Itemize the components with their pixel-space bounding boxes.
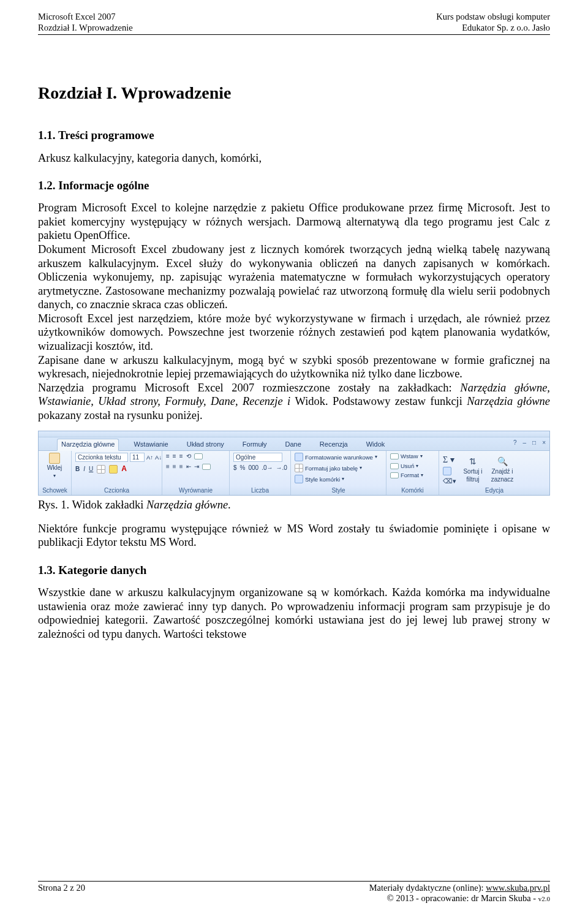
chevron-down-icon: ▾ [53,473,56,479]
increase-indent-icon[interactable]: ⇥ [194,463,199,470]
find-label2: zaznacz [491,476,514,483]
number-format-select[interactable]: Ogólne [233,453,282,462]
after-figure-paragraph: Niektóre funkcje programu występujące ró… [38,522,550,550]
chevron-down-icon: ▾ [342,476,344,482]
footer-url-link[interactable]: www.skuba.prv.pl [486,883,550,893]
chevron-down-icon: ▾ [375,454,377,460]
merge-center-icon[interactable] [202,464,211,470]
borders-icon[interactable] [97,465,105,474]
p1e-c: pokazany został na rysunku poniżej. [38,409,203,421]
group-clipboard: Wklej ▾ Schowek [39,451,72,495]
tab-formulas[interactable]: Formuły [239,439,271,450]
chevron-down-icon: ▾ [420,453,423,459]
chevron-down-icon: ▾ [421,472,423,478]
tab-home[interactable]: Narzędzia główne [57,439,119,450]
group-cells-label: Komórki [390,487,435,495]
fill-color-icon[interactable] [109,465,118,474]
footer-rule [38,881,550,882]
align-center-icon[interactable]: ≡ [173,463,176,470]
currency-icon[interactable]: $ [233,464,237,472]
tab-view[interactable]: Widok [363,439,389,450]
sort-filter-label2: filtruj [466,476,479,483]
align-bottom-icon[interactable]: ≡ [179,453,183,460]
ribbon-tabs: Narzędzia główne Wstawianie Układ strony… [39,437,549,451]
paste-button[interactable]: Wklej ▾ [42,453,67,478]
header-left-line1: Microsoft Excel 2007 [38,11,133,22]
increase-decimal-icon[interactable]: .0→ [262,464,273,472]
find-label1: Znajdź i [491,468,513,475]
tab-page-layout[interactable]: Układ strony [183,439,228,450]
cell-styles-button[interactable]: Style komórki [305,476,340,483]
decrease-indent-icon[interactable]: ⇤ [186,463,191,470]
help-icon[interactable]: ? [513,439,517,447]
align-middle-icon[interactable]: ≡ [173,453,176,460]
delete-cells-icon [390,463,399,469]
group-styles: Formatowanie warunkowe▾ Formatuj jako ta… [291,451,386,495]
caption-italic: Narzędzia główne [146,499,228,511]
group-styles-label: Style [295,487,382,495]
ribbon-figure: Narzędzia główne Wstawianie Układ strony… [38,431,550,496]
sort-filter-label1: Sortuj i [463,468,482,475]
section-1-3-title: 1.3. Kategorie danych [38,563,550,577]
align-top-icon[interactable]: ≡ [166,453,170,460]
ribbon-titlebar [39,431,549,437]
percent-icon[interactable]: % [240,464,246,472]
format-as-table-button[interactable]: Formatuj jako tabelę [305,465,358,472]
insert-cells-button[interactable]: Wstaw [401,453,418,460]
clear-icon[interactable]: ⌫▾ [443,477,456,485]
italic-button[interactable]: I [83,466,85,473]
find-icon: 🔍 [497,456,508,467]
p1e-italic2: Narzędzia główne [467,395,550,407]
find-select-button[interactable]: 🔍 Znajdź i zaznacz [489,456,515,483]
chevron-down-icon: ▾ [360,465,362,471]
align-left-icon[interactable]: ≡ [166,463,170,470]
group-number: Ogólne $ % 000 .0→ →.0 Liczba [230,451,291,495]
minimize-icon[interactable]: – [523,439,527,447]
header-right: Kurs podstaw obsługi komputer Edukator S… [436,11,550,33]
page-header: Microsoft Excel 2007 Rozdział I. Wprowad… [38,11,550,33]
font-name-input[interactable]: Czcionka tekstu [75,453,128,462]
tab-insert[interactable]: Wstawianie [130,439,172,450]
group-number-label: Liczba [233,487,287,495]
excel-ribbon: Narzędzia główne Wstawianie Układ strony… [38,431,550,496]
group-font-label: Czcionka [75,487,158,495]
header-right-line2: Edukator Sp. z o.o. Jasło [436,22,550,33]
footer-page-number: Strona 2 z 20 [38,883,85,904]
restore-icon[interactable]: □ [532,439,536,447]
comma-icon[interactable]: 000 [248,464,258,472]
font-size-input[interactable]: 11 [130,453,145,462]
sort-filter-button[interactable]: ⇅ Sortuj i filtruj [461,456,484,483]
underline-button[interactable]: U [89,466,93,473]
wrap-text-icon[interactable] [194,453,203,459]
fill-icon[interactable] [443,467,451,475]
p1d: Zapisane dane w arkuszu kalkulacyjnym, m… [38,354,550,380]
grow-font-icon[interactable]: A↑ [146,454,153,461]
paste-icon [49,453,60,464]
font-color-icon[interactable]: A [121,464,127,474]
group-editing-label: Edycja [443,487,546,495]
delete-cells-button[interactable]: Usuń [401,463,414,470]
orientation-icon[interactable]: ⟲ [186,453,191,460]
tab-review[interactable]: Recenzja [316,439,352,450]
header-rule [38,34,550,35]
decrease-decimal-icon[interactable]: →.0 [276,464,287,472]
autosum-icon[interactable]: Σ ▾ [443,455,456,465]
bold-button[interactable]: B [75,466,80,473]
p1b: Dokument Microsoft Excel zbudowany jest … [38,243,550,311]
tab-data[interactable]: Dane [282,439,305,450]
conditional-formatting-button[interactable]: Formatowanie warunkowe [305,454,373,461]
office-button-icon[interactable] [40,431,47,437]
close-icon[interactable]: × [542,439,546,447]
section-1-3-body: Wszystkie dane w arkuszu kalkulacyjnym o… [38,586,550,641]
align-right-icon[interactable]: ≡ [179,463,183,470]
footer-copyright: © 2013 - opracowanie: dr Marcin Skuba - [387,893,538,903]
header-left: Microsoft Excel 2007 Rozdział I. Wprowad… [38,11,133,33]
section-1-1-body: Arkusz kalkulacyjny, kategoria danych, k… [38,151,550,165]
insert-cells-icon [390,453,399,459]
ribbon-body: Wklej ▾ Schowek Czcionka tekstu 11 A↑ A↓… [39,451,549,495]
format-cells-button[interactable]: Format [401,472,419,479]
ribbon-window-icons: ? – □ × [513,439,546,447]
footer-version: v2.0 [538,895,550,902]
shrink-font-icon[interactable]: A↓ [155,454,162,461]
group-editing: Σ ▾ ⌫▾ ⇅ Sortuj i filtruj 🔍 Znajdź i zaz… [439,451,549,495]
